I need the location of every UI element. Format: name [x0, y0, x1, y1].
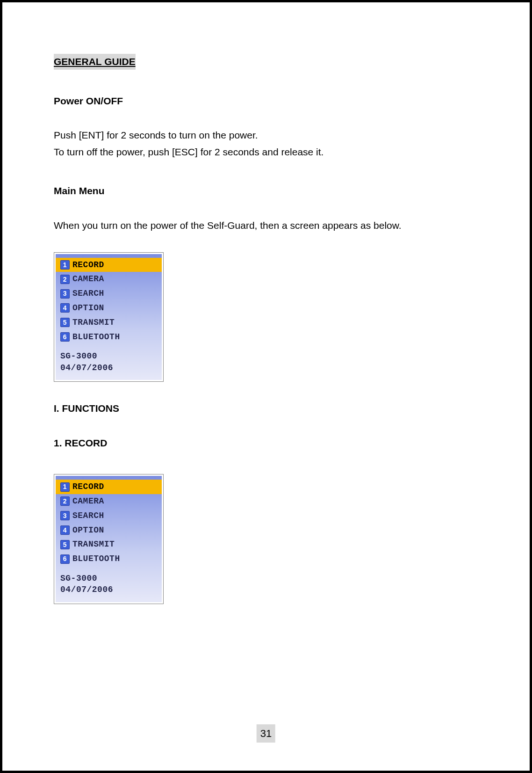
menu2-label-camera: CAMERA	[72, 495, 104, 508]
menu2-item-option: 4 OPTION	[56, 523, 162, 538]
mainmenu-intro: When you turn on the power of the Self-G…	[54, 218, 478, 233]
mainmenu-heading: Main Menu	[54, 183, 478, 199]
menu2-item-bluetooth: 6 BLUETOOTH	[56, 552, 162, 566]
menu2-item-camera: 2 CAMERA	[56, 494, 162, 509]
device-info-1: SG-3000 04/07/2006	[56, 350, 162, 373]
menu-label-bluetooth: BLUETOOTH	[72, 330, 120, 344]
menu2-num-5: 5	[60, 540, 70, 549]
menu-label-camera: CAMERA	[72, 272, 104, 286]
menu2-item-record: 1 RECORD	[56, 480, 162, 494]
menu-item-bluetooth: 6 BLUETOOTH	[56, 330, 162, 344]
power-heading: Power ON/OFF	[54, 93, 478, 109]
menu2-num-3: 3	[60, 511, 70, 520]
device-screenshot-1: 1 RECORD 2 CAMERA 3 SEARCH 4 OPTION 5 TR…	[54, 252, 164, 382]
menu-num-3: 3	[60, 289, 70, 299]
device-model-1: SG-3000	[60, 350, 157, 362]
power-text-2: To turn off the power, push [ESC] for 2 …	[54, 144, 478, 160]
menu2-label-transmit: TRANSMIT	[72, 538, 115, 551]
menu2-item-transmit: 5 TRANSMIT	[56, 537, 162, 552]
menu-label-search: SEARCH	[72, 287, 104, 300]
menu2-num-4: 4	[60, 525, 70, 535]
device-screen-1: 1 RECORD 2 CAMERA 3 SEARCH 4 OPTION 5 TR…	[56, 254, 162, 380]
device-date-1: 04/07/2006	[60, 362, 157, 373]
menu-item-record: 1 RECORD	[56, 258, 162, 272]
menu-item-option: 4 OPTION	[56, 301, 162, 315]
device-screenshot-2: 1 RECORD 2 CAMERA 3 SEARCH 4 OPTION 5 TR…	[54, 474, 164, 604]
device-info-2: SG-3000 04/07/2006	[56, 573, 162, 596]
menu2-item-search: 3 SEARCH	[56, 509, 162, 523]
menu2-label-search: SEARCH	[72, 509, 104, 523]
menu2-label-bluetooth: BLUETOOTH	[72, 552, 120, 566]
menu-label-transmit: TRANSMIT	[72, 316, 115, 329]
menu2-label-option: OPTION	[72, 524, 104, 537]
menu-label-option: OPTION	[72, 301, 104, 315]
menu2-num-2: 2	[60, 496, 70, 506]
menu2-num-6: 6	[60, 554, 70, 564]
menu-num-6: 6	[60, 332, 70, 342]
general-guide-title: GENERAL GUIDE	[54, 54, 136, 70]
document-page: GENERAL GUIDE Power ON/OFF Push [ENT] fo…	[0, 0, 532, 773]
device-model-2: SG-3000	[60, 573, 157, 584]
device-screen-2: 1 RECORD 2 CAMERA 3 SEARCH 4 OPTION 5 TR…	[56, 476, 162, 602]
menu2-label-record: RECORD	[72, 480, 104, 494]
menu-label-record: RECORD	[72, 258, 104, 272]
menu-item-camera: 2 CAMERA	[56, 272, 162, 286]
menu-num-1: 1	[60, 260, 70, 270]
menu-item-search: 3 SEARCH	[56, 286, 162, 301]
page-number: 31	[257, 724, 275, 743]
device-date-2: 04/07/2006	[60, 584, 157, 595]
menu-num-4: 4	[60, 303, 70, 313]
menu-num-2: 2	[60, 275, 70, 284]
menu-num-5: 5	[60, 318, 70, 327]
menu2-num-1: 1	[60, 482, 70, 492]
power-text-1: Push [ENT] for 2 seconds to turn on the …	[54, 127, 478, 143]
record-heading: 1. RECORD	[54, 435, 478, 451]
menu-item-transmit: 5 TRANSMIT	[56, 315, 162, 330]
functions-heading: I. FUNCTIONS	[54, 401, 478, 416]
